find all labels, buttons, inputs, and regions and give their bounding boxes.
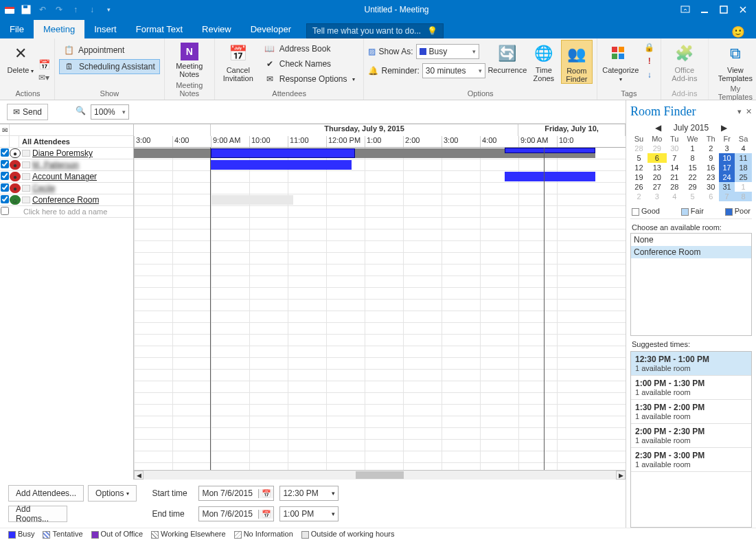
options-button[interactable]: Options▾ [88, 485, 137, 502]
calendar-day[interactable]: 15 [683, 163, 702, 172]
next-icon[interactable]: ↓ [85, 3, 99, 16]
suggested-time[interactable]: 2:00 PM - 2:30 PM1 available room [631, 424, 751, 448]
forward-icon[interactable]: ✉▾ [38, 73, 49, 82]
horizontal-scrollbar[interactable]: ◀ ▶ [134, 470, 626, 480]
calendar-day[interactable]: 23 [702, 172, 719, 182]
attendee-corner-icon[interactable]: ✉ [0, 124, 10, 135]
calendar-day[interactable]: 30 [667, 144, 683, 153]
calendar-day[interactable]: 29 [683, 182, 702, 192]
scheduling-assistant-button[interactable]: 🗓Scheduling Assistant [59, 59, 160, 74]
calendar-picker-icon[interactable]: 📅 [258, 510, 273, 519]
check-names-button[interactable]: ✔Check Names [260, 56, 335, 71]
rf-dropdown-icon[interactable]: ▾ [737, 107, 742, 116]
address-book-button[interactable]: 📖Address Book [260, 41, 335, 56]
reminder-combo[interactable]: 30 minutes▾ [422, 63, 485, 78]
tab-format-text[interactable]: Format Text [126, 20, 192, 38]
close-icon[interactable] [735, 2, 751, 17]
suggested-time[interactable]: 2:30 PM - 3:00 PM1 available room [631, 448, 751, 472]
calendar-day[interactable]: 18 [735, 163, 752, 172]
suggested-time[interactable]: 1:30 PM - 2:00 PM1 available room [631, 400, 751, 424]
calendar-day[interactable]: 5 [630, 153, 648, 163]
calendar-day[interactable]: 6 [648, 153, 667, 163]
end-time-input[interactable]: 1:00 PM▾ [279, 506, 339, 521]
calendar-icon[interactable]: 📅 [38, 59, 50, 70]
end-date-input[interactable]: Mon 7/6/2015📅 [198, 506, 274, 521]
calendar-day[interactable]: 12 [630, 163, 648, 172]
importance-low-icon[interactable]: ↓ [643, 70, 656, 82]
suggested-time[interactable]: 1:00 PM - 1:30 PM1 available room [631, 376, 751, 400]
time-zones-button[interactable]: 🌐Time Zones [529, 40, 558, 82]
attendee-checkbox[interactable] [1, 172, 9, 180]
calendar-day[interactable]: 3 [648, 192, 667, 201]
calendar-day[interactable]: 29 [648, 144, 667, 153]
room-item[interactable]: None [631, 234, 751, 246]
calendar-day[interactable]: 24 [719, 172, 735, 182]
tab-review[interactable]: Review [192, 20, 241, 38]
calendar-day[interactable]: 4 [735, 144, 752, 153]
attendee-checkbox[interactable] [1, 148, 9, 157]
calendar-day[interactable]: 31 [719, 182, 735, 192]
rf-close-icon[interactable]: ✕ [746, 107, 752, 116]
calendar-day[interactable]: 3 [719, 144, 735, 153]
recurrence-button[interactable]: 🔄Recurrence [488, 40, 527, 74]
add-attendee-checkbox[interactable] [1, 207, 9, 215]
tell-me-search[interactable]: Tell me what you want to do...💡 [306, 23, 444, 38]
meeting-notes-button[interactable]: N Meeting Notes [169, 40, 210, 78]
prev-icon[interactable]: ↑ [69, 3, 82, 16]
importance-high-icon[interactable]: ! [643, 56, 656, 69]
maximize-icon[interactable] [716, 2, 731, 17]
calendar-day[interactable]: 14 [667, 163, 683, 172]
private-icon[interactable]: 🔒 [643, 43, 656, 55]
tab-meeting[interactable]: Meeting [34, 20, 84, 38]
tab-file[interactable]: File [0, 20, 34, 38]
add-rooms-button[interactable]: Add Rooms... [8, 506, 67, 522]
calendar-day[interactable]: 11 [735, 153, 752, 163]
categorize-button[interactable]: Categorize▾ [602, 40, 640, 83]
attendee-row[interactable]: ⌂ Conference Room [0, 194, 133, 206]
calendar-day[interactable]: 7 [667, 153, 683, 163]
appointment-button[interactable]: 📋Appointment [59, 43, 128, 58]
calendar-day[interactable]: 16 [702, 163, 719, 172]
scroll-right-icon[interactable]: ▶ [616, 471, 626, 480]
calendar-day[interactable]: 1 [683, 144, 702, 153]
calendar-day[interactable]: 19 [630, 172, 648, 182]
attendee-row[interactable]: ● Account Manager [0, 171, 133, 183]
prev-month-icon[interactable]: ◀ [655, 123, 661, 133]
calendar-day[interactable]: 10 [719, 153, 735, 163]
calendar-day[interactable]: 13 [648, 163, 667, 172]
calendar-day[interactable]: 21 [667, 172, 683, 182]
suggested-times-list[interactable]: 12:30 PM - 1:00 PM1 available room1:00 P… [630, 351, 752, 528]
meeting-start-line[interactable] [210, 148, 211, 470]
calendar-day[interactable]: 20 [648, 172, 667, 182]
calendar-day[interactable]: 22 [683, 172, 702, 182]
add-attendees-button[interactable]: Add Attendees... [8, 485, 84, 502]
qat-more-icon[interactable]: ▾ [102, 3, 115, 16]
attendee-row[interactable]: ● Cecile [0, 183, 133, 194]
redo-icon[interactable]: ↷ [52, 3, 66, 16]
room-list[interactable]: NoneConference Room [630, 233, 752, 336]
next-month-icon[interactable]: ▶ [721, 123, 727, 133]
zoom-icon[interactable]: 🔍 [76, 106, 88, 118]
scroll-left-icon[interactable]: ◀ [134, 471, 144, 480]
suggested-time[interactable]: 12:30 PM - 1:00 PM1 available room [631, 352, 751, 376]
attendee-row[interactable]: ● M. Patterson [0, 159, 133, 171]
calendar-day[interactable]: 8 [683, 153, 702, 163]
attendee-checkbox[interactable] [1, 195, 9, 203]
calendar-day[interactable]: 26 [630, 182, 648, 192]
view-templates-button[interactable]: ⧉View Templates [713, 40, 756, 82]
ribbon-options-icon[interactable] [678, 2, 693, 17]
zoom-combo[interactable]: 100%▾ [91, 104, 129, 120]
showas-combo[interactable]: Busy▾ [416, 44, 479, 59]
save-icon[interactable] [19, 3, 33, 16]
calendar-day[interactable]: 5 [683, 192, 702, 201]
add-attendee-row[interactable]: Click here to add a name [0, 206, 133, 218]
calendar-picker-icon[interactable]: 📅 [258, 489, 273, 498]
calendar-day[interactable]: 28 [630, 144, 648, 153]
calendar-day[interactable]: 25 [735, 172, 752, 182]
calendar-day[interactable]: 7 [719, 192, 735, 201]
office-addins-button[interactable]: 🧩Office Add-ins [665, 40, 704, 82]
calendar-day[interactable]: 27 [648, 182, 667, 192]
tab-developer[interactable]: Developer [241, 20, 301, 38]
app-icon[interactable] [3, 3, 16, 16]
feedback-icon[interactable]: 🙂 [731, 25, 756, 38]
